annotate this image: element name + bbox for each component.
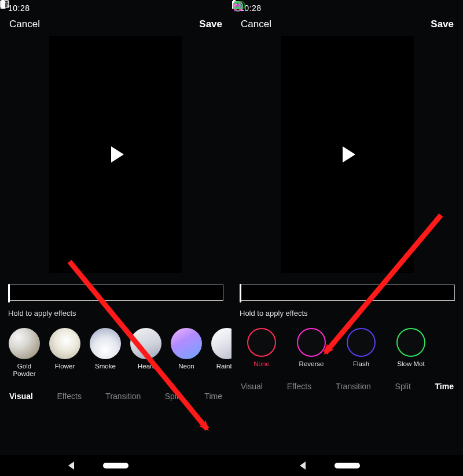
slow-motion-icon	[396, 328, 425, 357]
effect-reverse[interactable]: Reverse	[295, 328, 328, 368]
play-icon[interactable]	[343, 146, 355, 163]
effect-label: Gold Powder	[8, 363, 41, 378]
effect-thumb	[49, 328, 80, 359]
timeline[interactable]	[8, 285, 223, 301]
effect-flash[interactable]: Flash	[345, 328, 377, 368]
cancel-button[interactable]: Cancel	[9, 19, 40, 30]
picture-icon	[34, 4, 43, 12]
hint-text: Hold to apply effects	[232, 301, 463, 318]
android-nav-bar	[232, 455, 463, 476]
hint-text: Hold to apply effects	[0, 301, 232, 318]
save-button[interactable]: Save	[199, 19, 222, 30]
home-pill[interactable]	[103, 463, 128, 468]
android-nav-bar	[0, 455, 232, 476]
flash-icon	[347, 328, 376, 357]
effect-label: Flower	[55, 363, 75, 370]
effect-label: Rainbo	[216, 363, 232, 370]
status-bar: 10:28	[232, 0, 463, 15]
effect-thumb	[90, 328, 121, 359]
nav-bar: Cancel Save	[232, 15, 463, 36]
tab-effects[interactable]: Effects	[57, 392, 82, 401]
effect-label: None	[253, 360, 270, 368]
effect-slow-motion[interactable]: Slow Mot	[395, 328, 427, 368]
effect-thumb	[130, 328, 161, 359]
effect-neon[interactable]: Neon	[170, 328, 203, 378]
status-time: 10:28	[8, 3, 30, 13]
svg-rect-4	[1, 1, 5, 9]
save-button[interactable]: Save	[431, 19, 454, 30]
none-icon	[247, 328, 276, 357]
timeline[interactable]	[240, 285, 455, 301]
effect-none[interactable]: None	[245, 328, 278, 368]
reverse-icon	[297, 328, 326, 357]
home-pill[interactable]	[335, 463, 360, 468]
play-icon[interactable]	[111, 146, 124, 163]
tab-split[interactable]: Split	[395, 382, 411, 391]
effect-label: Slow Mot	[397, 360, 424, 368]
effect-category-tabs: Visual Effects Transition Split Time	[232, 368, 463, 391]
effect-thumb	[211, 328, 232, 359]
tab-split[interactable]: Split	[165, 392, 181, 401]
tab-effects[interactable]: Effects	[287, 382, 312, 391]
tab-time[interactable]: Time	[435, 382, 454, 391]
effect-thumb	[9, 328, 40, 359]
effect-label: Flash	[353, 360, 369, 368]
effect-heart[interactable]: Heart	[130, 328, 162, 378]
tab-transition[interactable]: Transition	[105, 392, 141, 401]
effect-category-tabs: Visual Effects Transition Split Time	[0, 378, 232, 401]
tab-time[interactable]: Time	[204, 392, 222, 401]
effect-gold-powder[interactable]: Gold Powder	[8, 328, 41, 378]
cancel-button[interactable]: Cancel	[241, 19, 271, 30]
back-icon[interactable]	[300, 462, 306, 470]
svg-rect-3	[2, 0, 4, 1]
effect-thumb	[171, 328, 202, 359]
video-preview[interactable]	[0, 36, 232, 273]
timeline-cursor[interactable]	[240, 284, 241, 302]
screenshot-right: 10:28 Cancel Save Hold to apply effects	[232, 0, 463, 476]
effect-flower[interactable]: Flower	[49, 328, 81, 378]
effect-label: Reverse	[299, 360, 324, 368]
screenshot-left: 10:28 Cancel Save	[0, 0, 232, 476]
effect-label: Neon	[178, 363, 194, 370]
effect-label: Heart	[138, 363, 154, 370]
effect-label: Smoke	[95, 363, 116, 370]
nav-bar: Cancel Save	[0, 15, 232, 36]
timeline-cursor[interactable]	[8, 284, 10, 302]
back-icon[interactable]	[68, 462, 74, 470]
tab-visual[interactable]: Visual	[241, 382, 263, 391]
tab-visual[interactable]: Visual	[9, 392, 33, 401]
effect-smoke[interactable]: Smoke	[89, 328, 122, 378]
effects-strip[interactable]: Gold Powder Flower Smoke Heart Neon Rain…	[0, 318, 232, 378]
video-preview[interactable]	[232, 36, 463, 273]
status-bar: 10:28	[0, 0, 232, 15]
effects-strip[interactable]: None Reverse Flash Slow Mot	[232, 318, 463, 368]
effect-rainbow[interactable]: Rainbo	[211, 328, 232, 378]
tab-transition[interactable]: Transition	[336, 382, 371, 391]
